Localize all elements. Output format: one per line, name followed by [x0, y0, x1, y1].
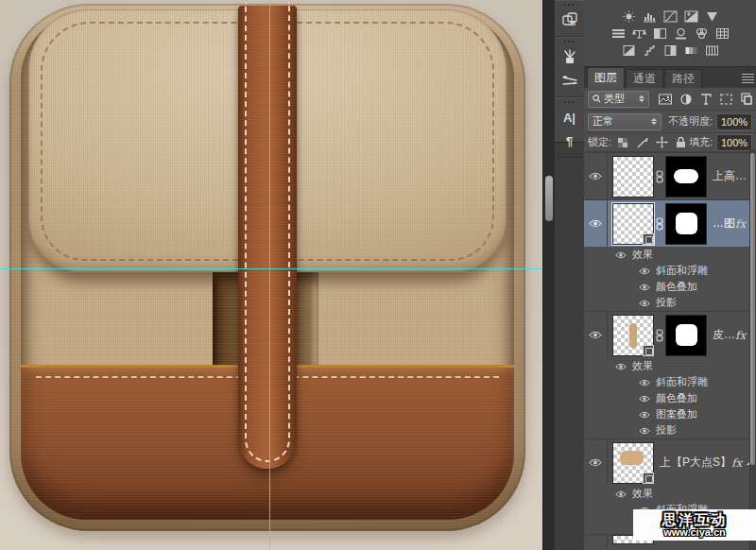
layer-name: 皮… — [713, 327, 735, 343]
lock-all-icon[interactable] — [676, 136, 686, 148]
levels-icon[interactable] — [643, 10, 657, 23]
effects-group-row[interactable]: 效果 — [584, 486, 756, 502]
tool-presets-panel-icon[interactable] — [558, 69, 582, 92]
panel-menu-icon[interactable] — [742, 74, 754, 84]
tab-channels[interactable]: 通道 — [626, 69, 663, 88]
effect-row[interactable]: 颜色叠加 — [584, 279, 756, 295]
layer-thumbnail[interactable] — [612, 156, 654, 198]
channel-mixer-icon[interactable] — [695, 27, 709, 40]
vertical-guide[interactable] — [269, 0, 270, 550]
effects-group-label: 效果 — [632, 359, 653, 373]
styles-panel-icon[interactable]: B — [558, 9, 582, 31]
visibility-eye-icon[interactable] — [615, 490, 627, 498]
visibility-eye-icon[interactable] — [639, 300, 650, 307]
tab-paths[interactable]: 路径 — [664, 69, 702, 88]
layer-row-selected[interactable]: …图 fx — [584, 199, 756, 247]
layer-row[interactable]: 皮… fx — [584, 311, 756, 358]
effect-row[interactable]: 投影 — [584, 422, 756, 438]
invert-icon[interactable] — [622, 44, 636, 57]
fx-badge[interactable]: fx — [735, 329, 746, 342]
visibility-eye-icon[interactable] — [639, 395, 650, 403]
selective-color-icon[interactable] — [705, 44, 719, 57]
shape-filter-icon[interactable] — [720, 94, 732, 105]
lock-image-pixels-icon[interactable] — [636, 137, 648, 148]
adjustment-filter-icon[interactable] — [680, 94, 692, 105]
effect-label: 投影 — [656, 296, 677, 310]
visibility-eye-icon[interactable] — [589, 172, 602, 180]
effects-group-row[interactable]: 效果 — [584, 358, 756, 374]
filter-kind-select[interactable]: 类型 — [588, 91, 649, 108]
layer-row[interactable]: 上高… — [584, 152, 756, 199]
visibility-eye-icon[interactable] — [639, 284, 650, 291]
fx-badge[interactable]: fx — [731, 456, 742, 470]
horizontal-guide[interactable] — [0, 268, 542, 269]
visibility-eye-icon[interactable] — [615, 251, 627, 259]
effect-row[interactable]: 斜面和浮雕 — [584, 374, 756, 390]
photo-filter-icon[interactable] — [674, 27, 688, 40]
document-scrollbar[interactable] — [542, 0, 554, 550]
visibility-eye-icon[interactable] — [589, 331, 602, 339]
gradient-map-icon[interactable] — [684, 44, 698, 57]
layer-name: …图 — [713, 215, 735, 232]
document-scrollbar-thumb[interactable] — [545, 176, 553, 221]
pixel-filter-icon[interactable] — [659, 94, 672, 105]
opacity-value[interactable]: 100% — [716, 113, 752, 130]
fx-badge[interactable]: fx — [735, 217, 746, 231]
watermark-title: 思洋互动 — [662, 512, 727, 526]
black-white-icon[interactable] — [653, 27, 667, 40]
blend-mode-select[interactable]: 正常 — [588, 113, 662, 130]
type-filter-icon[interactable] — [700, 94, 712, 105]
visibility-eye-icon[interactable] — [639, 379, 650, 387]
smart-object-filter-icon[interactable] — [741, 93, 752, 105]
layer-thumbnail[interactable] — [612, 442, 654, 484]
dock-grip[interactable] — [564, 41, 576, 43]
document-canvas[interactable] — [0, 0, 542, 550]
dock-grip[interactable] — [564, 101, 576, 103]
exposure-icon[interactable] — [684, 10, 698, 23]
layer-thumbnail[interactable] — [612, 315, 654, 356]
layer-mask-thumbnail[interactable] — [665, 156, 707, 198]
layers-scrollbar-thumb[interactable] — [750, 153, 755, 465]
layer-mask-thumbnail[interactable] — [665, 203, 707, 245]
brightness-contrast-icon[interactable] — [622, 10, 636, 23]
mask-link-icon[interactable] — [656, 217, 663, 231]
dock-grip[interactable] — [564, 4, 576, 6]
visibility-eye-icon[interactable] — [589, 219, 602, 228]
tab-layers[interactable]: 图层 — [587, 67, 625, 88]
layer-thumbnail[interactable] — [612, 203, 654, 245]
mask-link-icon[interactable] — [656, 170, 663, 183]
effect-row[interactable]: 图案叠加 — [584, 406, 756, 422]
layers-list: 上高… …图 fx 效果 斜面和浮雕 颜色叠加 — [584, 152, 756, 548]
color-lookup-icon[interactable] — [715, 27, 730, 40]
fill-value[interactable]: 100% — [716, 134, 752, 151]
visibility-eye-icon[interactable] — [639, 411, 650, 419]
character-panel-icon[interactable]: A| — [558, 106, 582, 129]
mask-link-icon[interactable] — [656, 329, 663, 342]
vibrance-icon[interactable] — [705, 10, 719, 23]
effect-row[interactable]: 投影 — [584, 295, 756, 311]
paragraph-panel-icon[interactable]: ¶ — [558, 129, 582, 152]
layers-scrollbar[interactable] — [749, 149, 756, 550]
hue-saturation-icon[interactable] — [611, 27, 626, 40]
layer-style-badge-icon — [643, 345, 654, 356]
visibility-eye-icon[interactable] — [589, 458, 602, 467]
threshold-icon[interactable] — [663, 44, 678, 57]
brush-presets-panel-icon[interactable] — [558, 45, 582, 68]
layer-name: 上【P大点S】 — [660, 455, 731, 471]
lock-position-icon[interactable] — [656, 136, 668, 148]
effect-row[interactable]: 斜面和浮雕 — [584, 263, 756, 279]
panel-dock-strip: B A| ¶ — [554, 0, 584, 550]
layer-row[interactable]: 上【P大点S】 fx — [584, 438, 756, 486]
photoshop-window: B A| ¶ — [0, 0, 756, 550]
visibility-eye-icon[interactable] — [639, 267, 650, 275]
lock-transparent-pixels-icon[interactable] — [617, 137, 628, 148]
effects-group-row[interactable]: 效果 — [584, 247, 756, 263]
posterize-icon[interactable] — [643, 44, 657, 57]
effect-label: 斜面和浮雕 — [656, 375, 708, 389]
visibility-eye-icon[interactable] — [639, 427, 650, 435]
color-balance-icon[interactable] — [632, 27, 646, 40]
curves-icon[interactable] — [663, 10, 678, 23]
visibility-eye-icon[interactable] — [615, 363, 627, 370]
effect-row[interactable]: 颜色叠加 — [584, 390, 756, 406]
layer-mask-thumbnail[interactable] — [665, 315, 707, 356]
